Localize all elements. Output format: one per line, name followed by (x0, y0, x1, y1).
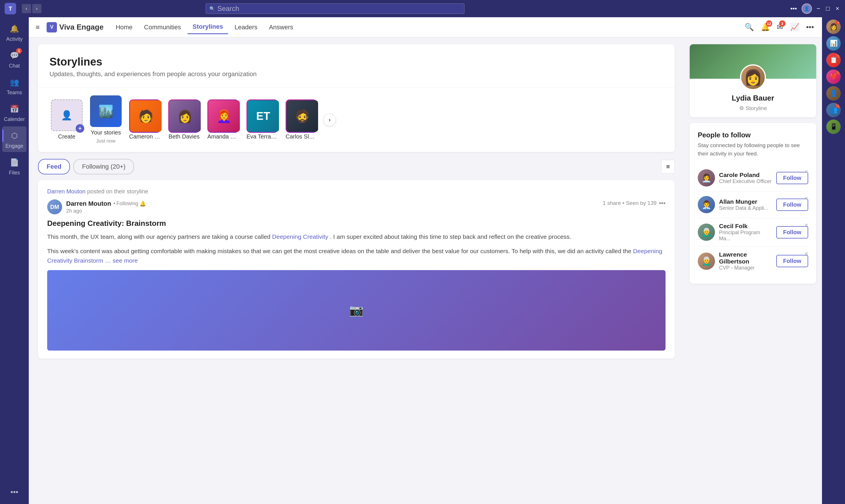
nav-leaders[interactable]: Leaders (229, 21, 263, 34)
post-time: 2h ago (66, 208, 146, 214)
nav-answers[interactable]: Answers (264, 21, 298, 34)
sidebar-item-engage[interactable]: ⬡ Engage (2, 126, 27, 152)
more-button[interactable]: ••• (789, 4, 798, 14)
beth-avatar-wrapper: 👩 (168, 100, 200, 131)
carole-title: Chief Executive Officer (719, 178, 772, 184)
carole-close-button[interactable]: × (805, 168, 808, 176)
cecil-follow-button[interactable]: Follow (776, 226, 808, 238)
minimize-button[interactable]: − (815, 4, 822, 14)
allan-follow-button[interactable]: Follow (776, 199, 808, 211)
right-avatar-5[interactable]: 👤 (826, 86, 841, 101)
top-nav: ≡ V Viva Engage Home Communities Storyli… (29, 17, 822, 37)
hamburger-button[interactable]: ≡ (36, 23, 40, 31)
following-badge: • Following 🔔 (113, 201, 145, 207)
nav-notification-button[interactable]: 🔔 12 (760, 21, 771, 33)
carole-avatar: 👩‍💼 (698, 169, 715, 186)
post-author-info: Darren Mouton • Following 🔔 2h ago (66, 200, 146, 214)
right-avatar-2[interactable]: 📊 (826, 36, 841, 51)
eva-avatar: ET (247, 100, 279, 132)
sidebar-item-teams[interactable]: 👥 Teams (2, 73, 27, 98)
post-link-1[interactable]: Deepening Creativity (272, 233, 328, 240)
sidebar-label-engage: Engage (5, 143, 23, 149)
nav-more-button[interactable]: ••• (805, 21, 815, 33)
people-card: People to follow Stay connected by follo… (690, 123, 816, 284)
feed-tabs: Feed Following (20+) ≡ (38, 159, 675, 175)
post-more-button[interactable]: ••• (659, 199, 666, 207)
post-image-icon: 📷 (349, 303, 364, 317)
sidebar-label-activity: Activity (6, 36, 22, 42)
amanda-avatar-wrapper: 👩‍🦰 (207, 100, 239, 131)
sidebar-item-files[interactable]: 📄 Files (2, 153, 27, 179)
nav-trend-button[interactable]: 📈 (789, 21, 800, 33)
allan-name: Allan Munger (719, 198, 772, 205)
right-avatar-3[interactable]: 📋 ! (826, 53, 841, 67)
story-beth-label: Beth Davies (169, 133, 200, 140)
post-body-2: This week's content was about getting co… (47, 246, 666, 266)
cecil-avatar: 👨‍🦳 (698, 223, 715, 241)
story-yours[interactable]: 🏙️ Your stories Just now (89, 95, 123, 144)
nav-message-button[interactable]: ✉ 3 (776, 21, 784, 33)
story-amanda[interactable]: 👩‍🦰 Amanda Bary (206, 100, 240, 140)
sidebar-item-more[interactable]: ••• (2, 483, 27, 504)
post-avatar: DM (47, 199, 62, 214)
person-lawrence: 👨‍🦳 Lawrence Gilbertson CVP - Manager Fo… (698, 247, 808, 275)
story-beth[interactable]: 👩 Beth Davies (167, 100, 201, 140)
story-amanda-label: Amanda Bary (207, 133, 239, 140)
story-eva-label: Eva Terrazas (246, 133, 278, 140)
story-carlos[interactable]: 🧔 Carlos Slatt... (284, 100, 319, 140)
profile-avatar[interactable]: 👩 (740, 65, 766, 90)
carlos-avatar-wrapper: 🧔 (286, 100, 317, 131)
people-subtitle: Stay connected by following people to se… (698, 141, 808, 158)
lawrence-follow-button[interactable]: Follow (776, 255, 808, 267)
forward-button[interactable]: › (32, 4, 41, 13)
left-sidebar: 🔔 Activity 💬 1 Chat 👥 Teams 📅 Calender ⬡… (0, 17, 29, 504)
nav-storylines[interactable]: Storylines (187, 20, 228, 34)
back-button[interactable]: ‹ (22, 4, 31, 13)
tab-feed[interactable]: Feed (38, 159, 70, 175)
right-avatar-7[interactable]: 📱 (826, 120, 841, 134)
nav-links: Home Communities Storylines Leaders Answ… (110, 20, 298, 34)
maximize-button[interactable]: □ (825, 4, 831, 14)
lawrence-close-button[interactable]: × (805, 250, 808, 257)
user-avatar[interactable]: 👤 (801, 3, 812, 14)
hero-card: Storylines Updates, thoughts, and experi… (38, 44, 675, 152)
viva-icon: V (47, 22, 57, 33)
right-avatar-4[interactable]: ❤️ ! (826, 70, 841, 84)
sidebar-item-activity[interactable]: 🔔 Activity (2, 20, 27, 45)
post-author-link[interactable]: Darren Mouton (47, 188, 85, 195)
top-nav-right: 🔍 🔔 12 ✉ 3 📈 ••• (743, 21, 815, 33)
nav-search-button[interactable]: 🔍 (743, 21, 755, 33)
sidebar-item-chat[interactable]: 💬 1 Chat (2, 46, 27, 72)
cecil-close-button[interactable]: × (805, 221, 808, 229)
story-create[interactable]: 👤 + Create (50, 100, 84, 140)
search-input[interactable] (218, 5, 461, 13)
yours-avatar: 🏙️ (90, 95, 122, 127)
right-avatar-1[interactable]: 👩 1 (826, 20, 841, 34)
story-cameron[interactable]: 🧑 Cameron Ev... (128, 100, 162, 140)
allan-avatar: 👨‍💼 (698, 196, 715, 213)
search-bar: 🔍 (206, 3, 465, 14)
story-next-button[interactable]: › (323, 113, 336, 126)
person-cecil: 👨‍🦳 Cecil Folk Principal Program Ma... F… (698, 218, 808, 247)
teams-logo: T (5, 3, 16, 14)
nav-communities[interactable]: Communities (139, 21, 186, 34)
activity-icon: 🔔 (8, 22, 21, 35)
close-button[interactable]: × (834, 4, 840, 14)
allan-close-button[interactable]: × (805, 195, 808, 202)
tab-following[interactable]: Following (20+) (73, 159, 134, 175)
main-area: ≡ V Viva Engage Home Communities Storyli… (29, 17, 822, 504)
sidebar-item-calendar[interactable]: 📅 Calender (2, 100, 27, 125)
see-more-link[interactable]: … see more (105, 257, 138, 264)
profile-role: ⚙ Storyline (695, 105, 810, 111)
viva-engage-text: Viva Engage (59, 23, 104, 32)
nav-home[interactable]: Home (110, 21, 138, 34)
right-avatar-6[interactable]: 👥 ! (826, 103, 841, 117)
carole-name: Carole Poland (719, 172, 772, 178)
right-avatar-6-badge: ! (835, 103, 841, 108)
storylines-title: Storylines (50, 56, 663, 68)
post-card: Darren Mouton posted on their storyline … (38, 180, 675, 359)
story-eva[interactable]: ET Eva Terrazas (245, 100, 279, 140)
notification-badge: 12 (766, 20, 772, 27)
carole-follow-button[interactable]: Follow (776, 172, 808, 184)
filter-button[interactable]: ≡ (661, 160, 675, 174)
